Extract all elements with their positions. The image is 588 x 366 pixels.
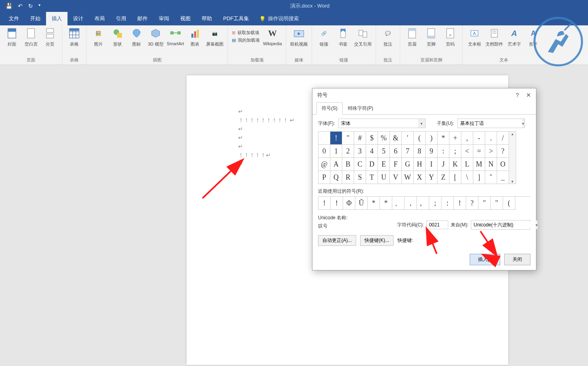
font-combo[interactable]: ▾	[338, 119, 426, 128]
recent-symbol-cell[interactable]: (	[503, 197, 515, 210]
tell-me-search[interactable]: 💡 操作说明搜索	[254, 12, 304, 25]
recent-symbol-cell[interactable]: Ŭ	[355, 197, 368, 210]
tab-references[interactable]: 引用	[110, 12, 132, 25]
recent-symbol-cell[interactable]: ?	[466, 197, 478, 210]
undo-icon[interactable]: ↶	[18, 3, 23, 9]
charcode-input[interactable]	[426, 220, 448, 229]
tab-design[interactable]: 设计	[67, 12, 89, 25]
symbol-cell[interactable]: :	[438, 145, 449, 158]
recent-symbol-cell[interactable]: ！	[331, 197, 343, 210]
symbol-cell[interactable]: S	[354, 171, 366, 184]
symbol-cell[interactable]: ˆ	[485, 171, 497, 184]
recent-symbol-cell[interactable]: ，	[405, 197, 417, 210]
symbol-cell[interactable]: G	[402, 158, 414, 171]
tab-home[interactable]: 开始	[25, 12, 46, 25]
symbol-cell[interactable]: N	[485, 158, 497, 171]
3d-models-button[interactable]: 3D 模型	[148, 27, 164, 47]
textbox-button[interactable]: A文本框	[467, 27, 482, 47]
symbol-cell[interactable]: ,	[461, 132, 473, 145]
symbol-cell[interactable]: J	[438, 158, 449, 171]
tab-symbols[interactable]: 符号(S)	[316, 102, 343, 115]
tab-layout[interactable]: 布局	[89, 12, 110, 25]
redo-icon[interactable]: ↻	[28, 3, 33, 9]
recent-symbol-cell[interactable]: ！	[318, 197, 331, 210]
symbol-cell[interactable]: X	[414, 171, 426, 184]
symbol-cell[interactable]: <	[461, 145, 473, 158]
symbol-cell[interactable]: Z	[438, 171, 449, 184]
symbol-cell[interactable]: B	[342, 158, 354, 171]
symbol-cell[interactable]: 6	[390, 145, 402, 158]
smartart-button[interactable]: SmartArt	[167, 27, 184, 47]
chevron-down-icon[interactable]: ▾	[418, 119, 425, 128]
save-icon[interactable]: 💾	[6, 3, 12, 9]
symbol-cell[interactable]: -	[473, 132, 485, 145]
symbol-cell[interactable]: Y	[426, 171, 438, 184]
scroll-down-icon[interactable]: ▾	[511, 179, 513, 184]
tab-pdf[interactable]: PDF工具集	[218, 12, 254, 25]
symbol-cell[interactable]: K	[449, 158, 461, 171]
wikipedia-button[interactable]: WWikipedia	[263, 27, 282, 46]
symbol-cell[interactable]: ;	[449, 145, 461, 158]
symbol-cell[interactable]: @	[318, 158, 330, 171]
symbol-cell[interactable]: R	[342, 171, 354, 184]
from-combo[interactable]: ▾	[471, 220, 530, 230]
insert-button[interactable]: 插入(I)	[470, 254, 500, 265]
symbol-cell[interactable]: M	[473, 158, 485, 171]
symbol-cell[interactable]: 7	[402, 145, 414, 158]
symbol-cell[interactable]: '	[402, 132, 414, 145]
footer-button[interactable]: 页脚	[423, 27, 439, 47]
table-button[interactable]: 表格	[66, 27, 82, 47]
symbol-cell[interactable]: 5	[378, 145, 390, 158]
symbol-cell[interactable]: #	[354, 132, 366, 145]
screenshot-button[interactable]: 📷屏幕截图	[206, 27, 224, 47]
blank-page-button[interactable]: 空白页	[23, 27, 39, 47]
chevron-down-icon[interactable]: ▾	[522, 119, 524, 128]
symbol-cell[interactable]: _	[497, 171, 509, 184]
cross-reference-button[interactable]: 交叉引用	[354, 27, 372, 47]
symbol-cell[interactable]: D	[366, 158, 378, 171]
wordart-button[interactable]: A艺术字	[506, 27, 522, 47]
symbol-cell[interactable]: "	[342, 132, 354, 145]
symbol-cell[interactable]: =	[473, 145, 485, 158]
shortcut-key-button[interactable]: 快捷键(K)...	[360, 235, 393, 246]
symbol-cell[interactable]: &	[390, 132, 402, 145]
recent-symbol-cell[interactable]: *	[368, 197, 380, 210]
recent-symbol-cell[interactable]: *	[380, 197, 392, 210]
symbol-cell[interactable]: W	[402, 171, 414, 184]
symbol-cell[interactable]: )	[426, 132, 438, 145]
subset-combo[interactable]: ▾	[457, 119, 525, 128]
symbol-cell[interactable]: [	[449, 171, 461, 184]
symbol-cell[interactable]: $	[366, 132, 378, 145]
symbol-cell[interactable]: 0	[318, 145, 330, 158]
recent-symbol-cell[interactable]: ：	[441, 197, 454, 210]
recent-symbol-cell[interactable]: "	[491, 197, 503, 210]
my-addins-button[interactable]: ▤我的加载项	[232, 37, 260, 43]
symbol-cell[interactable]: V	[390, 171, 402, 184]
quick-parts-button[interactable]: 文档部件	[486, 27, 503, 47]
tab-review[interactable]: 审阅	[153, 12, 175, 25]
online-video-button[interactable]: 联机视频	[290, 27, 308, 47]
qat-dropdown-icon[interactable]: ▾	[39, 3, 40, 9]
grid-scrollbar[interactable]: ▴▾	[509, 131, 516, 184]
symbol-cell[interactable]: O	[497, 158, 509, 171]
symbol-cell[interactable]: C	[354, 158, 366, 171]
tab-help[interactable]: 帮助	[196, 12, 218, 25]
chevron-down-icon[interactable]: ▾	[536, 220, 538, 229]
get-addins-button[interactable]: ⊞获取加载项	[232, 30, 260, 36]
symbol-cell[interactable]: ]	[473, 171, 485, 184]
symbol-cell[interactable]: +	[449, 132, 461, 145]
symbol-cell[interactable]: L	[461, 158, 473, 171]
symbol-cell[interactable]: .	[485, 132, 497, 145]
symbol-cell[interactable]: 9	[426, 145, 438, 158]
chart-button[interactable]: 图表	[187, 27, 203, 47]
icons-button[interactable]: 图标	[129, 27, 145, 47]
symbol-cell[interactable]	[318, 132, 330, 145]
symbol-cell[interactable]: T	[366, 171, 378, 184]
symbol-cell[interactable]: Q	[330, 171, 342, 184]
help-icon[interactable]: ?	[516, 92, 519, 99]
symbol-cell[interactable]: F	[390, 158, 402, 171]
close-button[interactable]: 关闭	[504, 254, 530, 265]
symbol-cell[interactable]: %	[378, 132, 390, 145]
symbol-cell[interactable]: /	[497, 132, 509, 145]
symbol-cell[interactable]: 3	[354, 145, 366, 158]
